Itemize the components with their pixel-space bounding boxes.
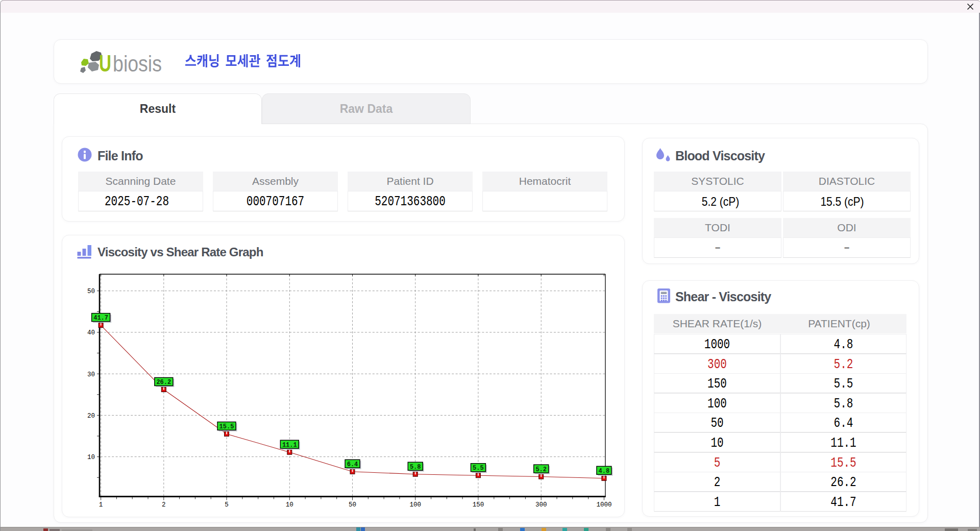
svg-text:11.1: 11.1	[282, 442, 297, 449]
svg-text:40: 40	[87, 329, 95, 336]
svg-text:4.8: 4.8	[599, 468, 610, 475]
svg-text:300: 300	[535, 501, 547, 509]
svg-text:41.7: 41.7	[93, 315, 108, 322]
svg-text:10: 10	[286, 501, 293, 509]
svg-text:1: 1	[99, 501, 103, 509]
svg-text:2: 2	[162, 501, 166, 509]
svg-text:U: U	[99, 50, 111, 76]
svg-text:5.8: 5.8	[410, 464, 421, 471]
svg-text:26.2: 26.2	[156, 379, 171, 386]
svg-text:5: 5	[225, 501, 229, 509]
svg-text:biosis: biosis	[113, 51, 162, 76]
svg-text:20: 20	[87, 413, 95, 420]
svg-text:6.4: 6.4	[347, 461, 358, 468]
svg-text:15.5: 15.5	[219, 423, 234, 430]
svg-text:30: 30	[87, 371, 95, 378]
svg-text:1000: 1000	[596, 501, 611, 509]
svg-text:5.5: 5.5	[473, 465, 484, 472]
svg-text:150: 150	[473, 501, 484, 509]
svg-text:50: 50	[87, 288, 95, 295]
svg-text:100: 100	[409, 501, 421, 509]
svg-text:5.2: 5.2	[535, 466, 547, 473]
svg-text:10: 10	[87, 454, 95, 461]
svg-text:50: 50	[349, 501, 356, 509]
